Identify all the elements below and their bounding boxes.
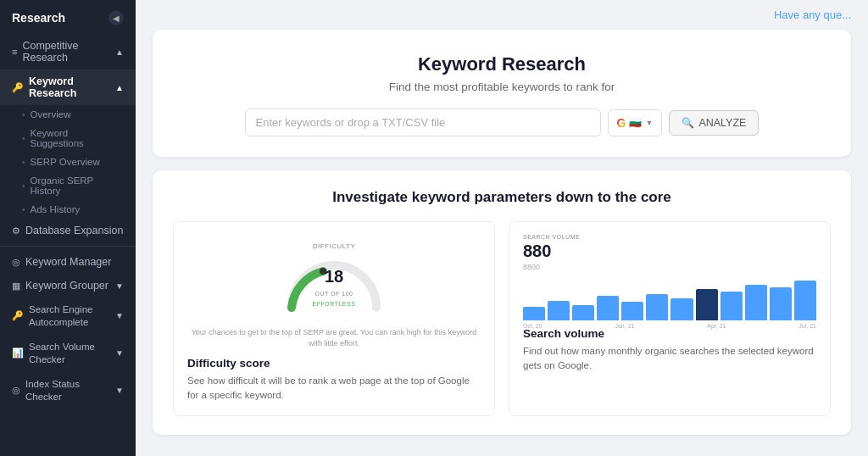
volume-prev: 8800: [523, 263, 816, 271]
autocomplete-icon: 🔑: [12, 310, 24, 321]
investigate-card: Investigate keyword parameters down to t…: [153, 170, 851, 435]
keyword-search-input-wrap[interactable]: [245, 108, 601, 136]
investigate-title: Investigate keyword parameters down to t…: [173, 189, 831, 206]
index-status-icon: ◎: [12, 385, 20, 396]
chevron-down-icon: ▼: [115, 281, 124, 291]
volume-chart-area: SEARCH VOLUME 880 8800: [523, 234, 816, 319]
bar-7: [670, 298, 693, 320]
analyze-label: ANALYZE: [698, 117, 746, 129]
gauge-sub: OUT OF 100: [279, 291, 389, 297]
bar-10: [745, 285, 767, 320]
gauge-label: DIFFICULTY: [279, 242, 389, 250]
database-expansion-icon: ⚙: [12, 225, 20, 236]
volume-number: 880: [523, 242, 816, 261]
bar-labels: Oct, 20 Jan, 21 Apr, 21 Jul, 21: [523, 323, 816, 329]
sidebar-sub-item-keyword-suggestions[interactable]: Keyword Suggestions: [0, 124, 136, 153]
difficulty-feature-desc: See how difficult it will be to rank a w…: [187, 374, 481, 403]
sidebar-item-keyword-grouper[interactable]: ▦ Keyword Grouper ▼: [0, 274, 136, 298]
overview-label: Overview: [31, 109, 71, 120]
gauge-desc: Your chances to get to the top of SERP a…: [187, 327, 481, 348]
difficulty-chart-area: DIFFICULTY 18 OUT OF 100 E: [187, 234, 481, 319]
main-content: Have any que... Keyword Research Find th…: [136, 0, 868, 456]
chevron-down-icon: ▼: [115, 386, 124, 395]
hero-title: Keyword Research: [178, 53, 826, 75]
sidebar-item-label: Keyword Manager: [25, 256, 111, 268]
bar-label-2: Jan, 21: [615, 323, 634, 329]
sidebar-collapse-button[interactable]: ◀: [108, 10, 124, 25]
bar-9: [721, 292, 743, 320]
keyword-research-icon: 🔑: [12, 82, 24, 93]
hero-subtitle: Find the most profitable keywords to ran…: [178, 81, 826, 93]
feature-cards: DIFFICULTY 18 OUT OF 100 E: [173, 221, 831, 416]
sidebar-item-search-engine-autocomplete[interactable]: 🔑 Search Engine Autocomplete ▼: [0, 298, 136, 335]
bar-label-4: Jul, 21: [798, 323, 816, 329]
chevron-down-icon: ▼: [645, 119, 653, 127]
keyword-grouper-icon: ▦: [12, 281, 20, 292]
sidebar-item-label: Search Volume Checker: [29, 341, 110, 366]
bar-6: [646, 294, 668, 320]
gauge-container: DIFFICULTY 18 OUT OF 100 E: [279, 242, 389, 310]
search-row: G 🇧🇬 ▼ 🔍 ANALYZE: [178, 108, 826, 136]
search-volume-icon: 📊: [12, 348, 24, 359]
google-selector-button[interactable]: G 🇧🇬 ▼: [608, 109, 663, 136]
competitive-research-icon: ≡: [12, 47, 17, 57]
sidebar-item-label: Search Engine Autocomplete: [29, 303, 110, 329]
volume-label: SEARCH VOLUME: [523, 234, 816, 240]
gauge-effortless-label: EFFORTLESS: [279, 301, 389, 307]
analyze-button[interactable]: 🔍 ANALYZE: [669, 110, 759, 136]
bar-5: [621, 302, 643, 320]
sidebar-item-label: Keyword Grouper: [25, 280, 108, 292]
chevron-up-icon: ▲: [115, 47, 124, 57]
chevron-up-icon: ▲: [115, 83, 124, 92]
sidebar-sub-item-serp-overview[interactable]: SERP Overview: [0, 153, 136, 171]
difficulty-feature-name: Difficulty score: [187, 357, 481, 370]
sidebar-item-search-volume-checker[interactable]: 📊 Search Volume Checker ▼: [0, 335, 136, 372]
bar-label-1: Oct, 20: [523, 323, 542, 329]
gauge-number: 18: [279, 267, 389, 286]
sidebar-divider: [0, 246, 136, 247]
sidebar-sub-item-ads-history[interactable]: Ads History: [0, 200, 136, 219]
search-volume-feature-card: SEARCH VOLUME 880 8800: [509, 221, 831, 416]
sidebar-item-keyword-manager[interactable]: ◎ Keyword Manager: [0, 250, 136, 274]
search-icon: 🔍: [682, 117, 694, 129]
bar-label-3: Apr, 21: [707, 323, 726, 329]
difficulty-feature-card: DIFFICULTY 18 OUT OF 100 E: [173, 221, 495, 416]
volume-feature-name: Search volume: [523, 327, 816, 340]
sidebar-sub-item-organic-serp-history[interactable]: Organic SERP History: [0, 171, 136, 200]
sidebar: Research ◀ ≡ Competitive Research ▲ 🔑 Ke…: [0, 0, 136, 456]
top-bar: Have any que...: [136, 0, 868, 30]
chevron-down-icon: ▼: [115, 348, 124, 358]
organic-serp-history-label: Organic SERP History: [31, 175, 124, 196]
google-g-icon: G: [617, 116, 626, 130]
keyword-search-input[interactable]: [256, 116, 590, 129]
ads-history-label: Ads History: [31, 204, 81, 214]
sidebar-item-database-expansion[interactable]: ⚙ Database Expansion: [0, 219, 136, 242]
bar-11: [770, 287, 792, 320]
keyword-manager-icon: ◎: [12, 257, 20, 268]
keyword-research-submenu: Overview Keyword Suggestions SERP Overvi…: [0, 105, 136, 219]
bar-4: [597, 296, 619, 320]
sidebar-item-label: Keyword Research: [29, 75, 110, 99]
hero-card: Keyword Research Find the most profitabl…: [153, 30, 851, 157]
sidebar-title: Research: [12, 11, 65, 25]
sidebar-item-label: Database Expansion: [25, 225, 123, 236]
sidebar-item-label: Competitive Research: [22, 40, 110, 64]
serp-overview-label: SERP Overview: [31, 157, 100, 167]
bar-2: [548, 301, 570, 320]
bars-row: [523, 276, 816, 320]
sidebar-header: Research ◀: [0, 0, 136, 34]
sidebar-item-index-status-checker[interactable]: ◎ Index Status Checker ▼: [0, 372, 136, 409]
sidebar-item-label: Index Status Checker: [25, 378, 110, 403]
volume-feature-desc: Find out how many monthly organic search…: [523, 344, 816, 374]
volume-container: SEARCH VOLUME 880 8800: [523, 234, 816, 319]
sidebar-item-keyword-research[interactable]: 🔑 Keyword Research ▲: [0, 70, 136, 105]
flag-icon: 🇧🇬: [629, 117, 642, 129]
bar-8: [696, 289, 718, 320]
bar-1: [523, 307, 545, 320]
sidebar-item-competitive-research[interactable]: ≡ Competitive Research ▲: [0, 34, 136, 70]
chevron-down-icon: ▼: [115, 311, 124, 320]
sidebar-sub-item-overview[interactable]: Overview: [0, 105, 136, 124]
keyword-suggestions-label: Keyword Suggestions: [31, 128, 124, 148]
help-link[interactable]: Have any que...: [774, 8, 851, 21]
bar-12: [794, 281, 816, 320]
